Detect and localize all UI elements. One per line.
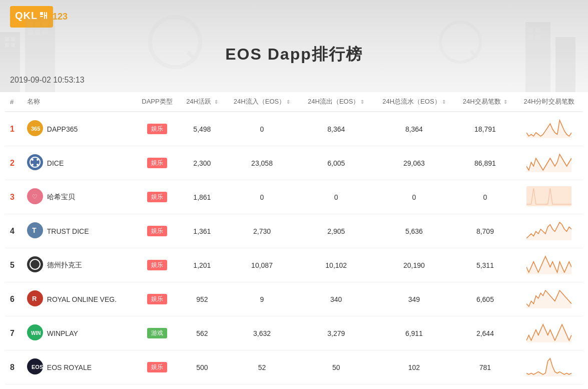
svg-marker-50 [526, 290, 571, 308]
svg-text:WIN: WIN [31, 330, 41, 336]
rank-cell: 7 [5, 316, 23, 350]
active-cell: 5,498 [179, 112, 225, 146]
dapp-icon [27, 154, 43, 172]
inflow-cell: 23,058 [225, 146, 299, 180]
svg-point-34 [37, 159, 39, 161]
logo[interactable]: QKL 123 [10, 6, 68, 28]
type-cell: 娱乐 [135, 112, 180, 146]
chart-cell [515, 282, 583, 316]
svg-rect-23 [40, 12, 43, 15]
logo-box: QKL [10, 6, 53, 28]
rank-cell: 5 [5, 248, 23, 282]
txcount-cell: 5,311 [455, 248, 515, 282]
type-badge: 娱乐 [147, 260, 167, 270]
dapp-icon [27, 256, 43, 274]
table-row[interactable]: 7 WIN WINPLAY 游戏 562 3,632 3,279 6,911 2… [5, 316, 583, 350]
total-cell: 349 [373, 282, 455, 316]
rank-cell: 8 [5, 350, 23, 384]
txcount-cell: 743 [455, 384, 515, 390]
chart-cell [515, 112, 583, 146]
total-cell: 102 [373, 350, 455, 384]
dapp-name: 德州扑克王 [47, 261, 82, 270]
type-cell: 交易所 [135, 384, 180, 390]
active-cell: 1,361 [179, 214, 225, 248]
col-inflow[interactable]: 24H流入（EOS）⇕ [225, 92, 299, 112]
rank-cell: 6 [5, 282, 23, 316]
svg-marker-53 [526, 324, 571, 342]
dapp-name: WINPLAY [47, 329, 78, 337]
name-cell[interactable]: 365 DAPP365 [23, 112, 135, 146]
col-txcount[interactable]: 24H交易笔数 ⇕ [455, 92, 515, 112]
header-section: QKL 123 EOS Dapp排行榜 2019-09-02 10:53:13 [0, 0, 588, 92]
svg-marker-44 [526, 222, 571, 240]
svg-text:QKL: QKL [15, 10, 38, 21]
total-cell: 390,042 [373, 384, 455, 390]
txcount-cell: 781 [455, 350, 515, 384]
col-name: 名称 [23, 92, 135, 112]
svg-text:EOS: EOS [32, 364, 43, 370]
svg-point-35 [32, 164, 34, 166]
table-row[interactable]: 1 365 DAPP365 娱乐 5,498 0 8,364 8,364 18,… [5, 112, 583, 146]
outflow-cell: 298,126 [299, 384, 373, 390]
page-title: EOS Dapp排行榜 [0, 44, 588, 66]
svg-text:R: R [32, 295, 37, 302]
table-row[interactable]: 2 DICE 娱乐 2,300 23,058 6,005 29,063 86,8… [5, 146, 583, 180]
outflow-cell: 3,279 [299, 316, 373, 350]
type-cell: 娱乐 [135, 146, 180, 180]
table-row[interactable]: 4 T TRUST DICE 娱乐 1,361 2,730 2,905 5,63… [5, 214, 583, 248]
name-cell[interactable]: FIN FINDEX [23, 384, 135, 390]
type-cell: 娱乐 [135, 214, 180, 248]
rank-cell: 9 [5, 384, 23, 390]
chart-cell [515, 350, 583, 384]
total-cell: 20,190 [373, 248, 455, 282]
outflow-cell: 6,005 [299, 146, 373, 180]
svg-point-31 [27, 154, 43, 170]
col-type: DAPP类型 [135, 92, 180, 112]
active-cell: 1,861 [179, 180, 225, 214]
outflow-cell: 340 [299, 282, 373, 316]
svg-marker-56 [526, 358, 571, 376]
col-outflow[interactable]: 24H流出（EOS）⇕ [299, 92, 373, 112]
rank-cell: 3 [5, 180, 23, 214]
table-row[interactable]: 8 EOS EOS ROYALE 娱乐 500 52 50 102 781 [5, 350, 583, 384]
total-cell: 8,364 [373, 112, 455, 146]
table-row[interactable]: 6 R ROYAL ONLINE VEG. 娱乐 952 9 340 349 6… [5, 282, 583, 316]
name-cell[interactable]: ♡ 哈希宝贝 [23, 180, 135, 214]
name-cell[interactable]: R ROYAL ONLINE VEG. [23, 282, 135, 316]
col-rank: # [5, 92, 23, 112]
outflow-cell: 8,364 [299, 112, 373, 146]
active-cell: 562 [179, 316, 225, 350]
rankings-table: # 名称 DAPP类型 24H活跃 ⇕ 24H流入（EOS）⇕ 24H流出（EO… [5, 92, 583, 389]
type-badge: 游戏 [147, 328, 167, 338]
type-badge: 娱乐 [147, 226, 167, 236]
svg-point-33 [32, 159, 34, 161]
chart-cell [515, 384, 583, 390]
inflow-cell: 0 [225, 180, 299, 214]
col-total[interactable]: 24H总流水（EOS）⇕ [373, 92, 455, 112]
table-row[interactable]: 3 ♡ 哈希宝贝 娱乐 1,861 0 0 0 0 [5, 180, 583, 214]
col-active[interactable]: 24H活跃 ⇕ [179, 92, 225, 112]
outflow-cell: 2,905 [299, 214, 373, 248]
sort-icon-active: ⇕ [214, 99, 218, 105]
dapp-name: DAPP365 [47, 125, 78, 133]
inflow-cell: 2,730 [225, 214, 299, 248]
table-row[interactable]: 5 德州扑克王 娱乐 1,201 10,087 10,102 20,190 5,… [5, 248, 583, 282]
total-cell: 29,063 [373, 146, 455, 180]
active-cell: 483 [179, 384, 225, 390]
dapp-name: TRUST DICE [47, 227, 89, 235]
dapp-icon: WIN [27, 324, 43, 342]
timestamp: 2019-09-02 10:53:13 [0, 71, 588, 92]
table-row[interactable]: 9 FIN FINDEX 交易所 483 91,916 298,126 390,… [5, 384, 583, 390]
txcount-cell: 86,891 [455, 146, 515, 180]
svg-point-36 [37, 164, 39, 166]
name-cell[interactable]: WIN WINPLAY [23, 316, 135, 350]
outflow-cell: 0 [299, 180, 373, 214]
active-cell: 952 [179, 282, 225, 316]
name-cell[interactable]: 德州扑克王 [23, 248, 135, 282]
name-cell[interactable]: T TRUST DICE [23, 214, 135, 248]
chart-cell [515, 146, 583, 180]
chart-cell [515, 248, 583, 282]
chart-cell [515, 316, 583, 350]
name-cell[interactable]: DICE [23, 146, 135, 180]
name-cell[interactable]: EOS EOS ROYALE [23, 350, 135, 384]
